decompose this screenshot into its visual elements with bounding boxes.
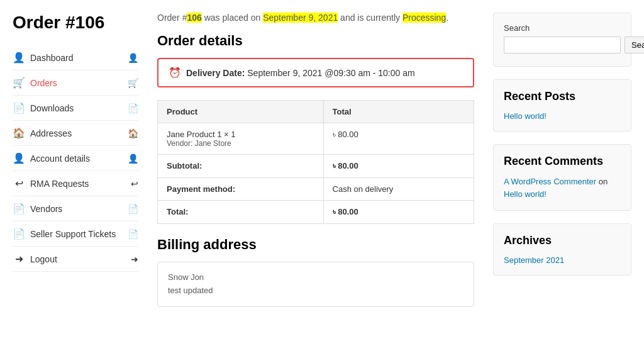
col-total: Total [323,101,474,123]
order-end: . [446,13,448,23]
sidebar-item-account[interactable]: 👤 Account details 👤 [13,146,138,171]
dashboard-icon: 👤 [13,52,25,64]
billing-name: Snow Jon [168,271,464,284]
addresses-icon: 🏠 [13,127,25,139]
seller-support-icon: 📄 [13,228,25,240]
comment-on: on [599,177,608,186]
rma-icon-right: ↩ [131,179,138,189]
sidebar-item-label: Addresses [30,128,72,138]
right-sidebar: Search Search Recent Posts Hello world! … [493,13,631,307]
archives-title: Archives [504,234,621,247]
logout-icon: ➜ [13,253,25,265]
sidebar-item-vendors[interactable]: 📄 Vendors 📄 [13,196,138,221]
order-suffix: and is currently [338,13,402,23]
sidebar-item-orders[interactable]: 🛒 Orders 🛒 [13,70,138,96]
orders-icon: 🛒 [13,77,25,89]
order-table: Product Total Jane Product 1 × 1 Vendor:… [157,100,474,224]
comment-author-link[interactable]: A WordPress Commenter [504,177,596,186]
sidebar-item-label: Seller Support Tickets [30,229,116,239]
seller-support-icon-right: 📄 [128,229,138,239]
search-label: Search [504,23,621,33]
order-details-title: Order details [157,33,474,49]
sidebar-item-label: RMA Requests [30,179,89,189]
sidebar-item-label: Orders [30,78,57,88]
rma-icon: ↩ [13,177,25,189]
sidebar-item-label: Dashboard [30,53,74,63]
subtotal-label: Subtotal: [158,155,324,178]
clock-icon: ⏰ [169,67,181,79]
subtotal-row: Subtotal: ৳ 80.00 [158,155,474,178]
dashboard-icon-right: 👤 [128,53,138,63]
recent-post-link[interactable]: Hello world! [504,111,547,121]
search-input[interactable] [504,36,621,53]
sidebar-item-label: Logout [30,254,57,264]
sidebar: Order #106 👤 Dashboard 👤 🛒 Orders 🛒 📄 [13,13,138,307]
comment-text: A WordPress Commenter on Hello world! [504,176,621,200]
order-number: 106 [187,13,201,23]
vendor-name: Vendor: Jane Store [167,139,314,148]
recent-posts-title: Recent Posts [504,90,621,103]
sidebar-item-downloads[interactable]: 📄 Downloads 📄 [13,96,138,121]
addresses-icon-right: 🏠 [128,128,138,138]
account-icon: 👤 [13,152,25,164]
billing-address: test updated [168,284,464,298]
comment-post-link[interactable]: Hello world! [504,189,547,199]
recent-comments-widget: Recent Comments A WordPress Commenter on… [493,144,631,211]
total-label: Total: [158,201,324,224]
recent-comments-title: Recent Comments [504,155,621,168]
total-value: ৳ 80.00 [323,201,474,224]
delivery-date-box: ⏰ Delivery Date: September 9, 2021 @09:3… [157,58,474,87]
downloads-icon-right: 📄 [128,103,138,113]
sidebar-nav: 👤 Dashboard 👤 🛒 Orders 🛒 📄 Downloads 📄 [13,45,138,272]
product-name: Jane Product 1 × 1 [167,130,314,139]
downloads-icon: 📄 [13,102,25,114]
order-status: Processing [402,13,446,23]
archives-widget: Archives September 2021 [493,223,631,276]
payment-value: Cash on delivery [323,178,474,201]
vendors-icon-right: 📄 [128,204,138,214]
billing-box: Snow Jon test updated [157,262,474,307]
payment-row: Payment method: Cash on delivery [158,178,474,201]
account-icon-right: 👤 [128,154,138,164]
recent-posts-widget: Recent Posts Hello world! [493,79,631,131]
sidebar-item-addresses[interactable]: 🏠 Addresses 🏠 [13,121,138,146]
sidebar-item-dashboard[interactable]: 👤 Dashboard 👤 [13,45,138,70]
search-row: Search [504,36,621,53]
archive-link[interactable]: September 2021 [504,255,564,265]
delivery-label: Delivery Date: September 9, 2021 @09:30 … [186,68,415,78]
main-content: Order #106 was placed on September 9, 20… [157,13,474,307]
table-row: Jane Product 1 × 1 Vendor: Jane Store ৳ … [158,123,474,155]
total-row: Total: ৳ 80.00 [158,201,474,224]
sidebar-item-logout[interactable]: ➜ Logout ➜ [13,247,138,272]
sidebar-item-label: Vendors [30,204,62,214]
col-product: Product [158,101,324,123]
logout-icon-right: ➜ [131,254,138,264]
product-cell: Jane Product 1 × 1 Vendor: Jane Store [158,123,324,155]
search-widget: Search Search [493,13,631,67]
product-total: ৳ 80.00 [323,123,474,155]
order-date: September 9, 2021 [263,13,338,23]
order-info: Order #106 was placed on September 9, 20… [157,13,474,23]
sidebar-item-seller-support[interactable]: 📄 Seller Support Tickets 📄 [13,221,138,247]
sidebar-item-rma[interactable]: ↩ RMA Requests ↩ [13,171,138,196]
order-prefix: Order # [157,13,187,23]
order-middle: was placed on [202,13,263,23]
sidebar-item-label: Downloads [30,103,74,113]
page-title: Order #106 [13,13,138,33]
billing-title: Billing address [157,237,474,253]
search-button[interactable]: Search [625,36,644,53]
payment-label: Payment method: [158,178,324,201]
subtotal-value: ৳ 80.00 [323,155,474,178]
orders-icon-right: 🛒 [128,78,138,88]
sidebar-item-label: Account details [30,154,90,164]
vendors-icon: 📄 [13,203,25,215]
